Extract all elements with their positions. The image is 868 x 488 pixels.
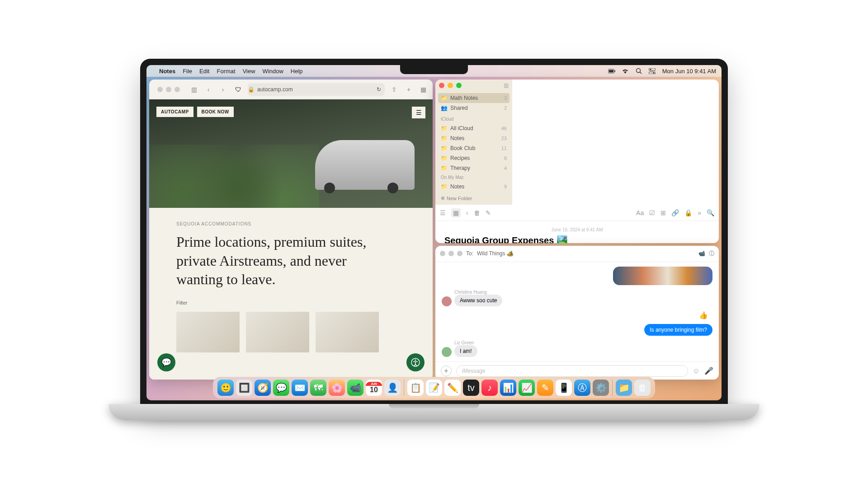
dock-mail[interactable]: ✉️: [292, 380, 308, 396]
menubar-datetime[interactable]: Mon Jun 10 9:41 AM: [662, 68, 716, 75]
info-icon[interactable]: ⓘ: [709, 250, 714, 258]
logo-badge[interactable]: AUTOCAMP: [156, 107, 193, 117]
shield-icon[interactable]: 🛡︎: [232, 84, 244, 95]
messages-thread[interactable]: Christine Huang Awww soo cute 👍 Is anyon…: [435, 262, 719, 361]
lock-icon: 🔒: [248, 86, 255, 93]
traffic-zoom[interactable]: [457, 251, 462, 256]
dock-photos[interactable]: 🌸: [329, 380, 345, 396]
dock-appstore[interactable]: Ⓐ: [574, 380, 590, 396]
dock-facetime[interactable]: 📹: [347, 380, 363, 396]
dock-notes[interactable]: 📝: [426, 380, 442, 396]
wifi-icon[interactable]: [622, 67, 629, 75]
new-tab-icon[interactable]: +: [403, 84, 415, 95]
dock-finder[interactable]: 🙂: [217, 380, 234, 396]
traffic-zoom[interactable]: [175, 87, 180, 92]
folder-local-notes[interactable]: 📁Notes9: [435, 182, 512, 192]
thumbnail-3[interactable]: [316, 312, 379, 352]
sidebar-toggle-icon[interactable]: ▥: [504, 82, 509, 89]
traffic-close[interactable]: [440, 251, 445, 256]
dock-trash[interactable]: 🗑: [634, 380, 651, 396]
folder-book-club[interactable]: 📁Book Club11: [435, 143, 512, 153]
dock-pages[interactable]: ✎: [537, 380, 553, 396]
menu-edit[interactable]: Edit: [199, 68, 209, 75]
folder-therapy[interactable]: 📁Therapy4: [435, 163, 512, 173]
dock-music[interactable]: ♪: [481, 380, 498, 396]
menubar-app[interactable]: Notes: [159, 68, 175, 75]
menu-help[interactable]: Help: [291, 68, 303, 75]
menu-view[interactable]: View: [243, 68, 255, 75]
note-content[interactable]: June 10, 2024 at 9:41 AM Sequoia Group E…: [435, 221, 719, 243]
dock-launchpad[interactable]: 🔲: [236, 380, 252, 396]
address-bar[interactable]: 🔒 autocamp.com ↻: [248, 83, 385, 96]
dock-downloads[interactable]: 📁: [616, 380, 632, 396]
note-date: June 10, 2024 at 9:41 AM: [444, 227, 710, 232]
facetime-icon[interactable]: 📹: [698, 250, 705, 257]
forward-icon[interactable]: ›: [217, 84, 229, 95]
control-center-icon[interactable]: [649, 67, 656, 75]
emoji-icon[interactable]: ☺: [693, 367, 700, 375]
search-icon[interactable]: 🔍: [707, 209, 714, 216]
to-value[interactable]: Wild Things 🏕️: [477, 250, 514, 257]
folder-shared[interactable]: 👥 Shared 2: [435, 103, 512, 113]
avatar[interactable]: [442, 296, 452, 306]
battery-icon[interactable]: [608, 67, 615, 75]
back-icon[interactable]: ‹: [203, 84, 214, 95]
reaction-icon[interactable]: 👍: [699, 311, 712, 319]
notch: [400, 65, 468, 74]
dock-safari[interactable]: 🧭: [255, 380, 271, 396]
tabs-icon[interactable]: ▦: [417, 84, 429, 95]
traffic-zoom[interactable]: [456, 83, 462, 88]
share-icon[interactable]: ⇪: [388, 84, 400, 95]
trash-icon[interactable]: 🗑: [474, 209, 480, 216]
table-icon[interactable]: ⊞: [660, 209, 666, 216]
new-folder-button[interactable]: ⊕New Folder: [435, 192, 512, 205]
menu-file[interactable]: File: [183, 68, 192, 75]
folder-all-icloud[interactable]: 📁All iCloud46: [435, 123, 512, 133]
dock-reminders[interactable]: 📋: [407, 380, 424, 396]
thumbnail-2[interactable]: [246, 312, 309, 352]
compose-icon[interactable]: ✎: [486, 209, 491, 216]
menu-window[interactable]: Window: [263, 68, 283, 75]
folder-recipes[interactable]: 📁Recipes8: [435, 153, 512, 163]
folder-notes[interactable]: 📁Notes23: [435, 133, 512, 143]
dock-calendar[interactable]: JUN10: [366, 380, 382, 396]
dock-messages[interactable]: 💬: [273, 380, 289, 396]
avatar[interactable]: [442, 347, 452, 357]
reload-icon[interactable]: ↻: [377, 86, 385, 93]
traffic-minimize[interactable]: [166, 87, 171, 92]
list-view-icon[interactable]: ☰: [440, 209, 446, 216]
dock-freeform[interactable]: ✏️: [444, 380, 461, 396]
format-icon[interactable]: Aa: [636, 209, 644, 216]
filter-label[interactable]: Filter: [176, 300, 406, 305]
message-input[interactable]: iMessage: [456, 365, 688, 377]
chat-fab[interactable]: 💬: [157, 353, 175, 371]
apps-plus-icon[interactable]: +: [441, 366, 452, 376]
lock-icon[interactable]: 🔒: [684, 209, 692, 216]
dock-contacts[interactable]: 👤: [384, 380, 401, 396]
dock-tv[interactable]: tv: [463, 380, 479, 396]
menu-format[interactable]: Format: [217, 68, 235, 75]
thumbnail-1[interactable]: [176, 312, 240, 352]
back-icon[interactable]: ‹: [466, 209, 468, 216]
folder-math-notes[interactable]: 📁 Math Notes 3: [438, 93, 509, 103]
more-icon[interactable]: »: [698, 209, 701, 216]
dock-keynote[interactable]: 📊: [500, 380, 516, 396]
dock-settings[interactable]: ⚙️: [593, 380, 609, 396]
hamburger-icon[interactable]: ☰: [412, 107, 425, 118]
dock-maps[interactable]: 🗺: [310, 380, 326, 396]
traffic-minimize[interactable]: [448, 83, 453, 88]
dock-numbers[interactable]: 📈: [519, 380, 535, 396]
image-bubble[interactable]: [613, 267, 712, 285]
traffic-close[interactable]: [157, 87, 163, 92]
traffic-minimize[interactable]: [448, 251, 454, 256]
checklist-icon[interactable]: ☑: [649, 209, 655, 216]
dock-shortcuts[interactable]: 📱: [556, 380, 572, 396]
accessibility-fab[interactable]: [406, 353, 425, 371]
mic-icon[interactable]: 🎤: [704, 366, 713, 375]
grid-view-icon[interactable]: ▦: [451, 208, 461, 217]
book-now-button[interactable]: BOOK NOW: [197, 107, 234, 117]
sidebar-icon[interactable]: ▥: [188, 84, 200, 95]
media-icon[interactable]: 🔗: [671, 209, 679, 216]
spotlight-icon[interactable]: [635, 67, 642, 75]
traffic-close[interactable]: [439, 83, 444, 88]
